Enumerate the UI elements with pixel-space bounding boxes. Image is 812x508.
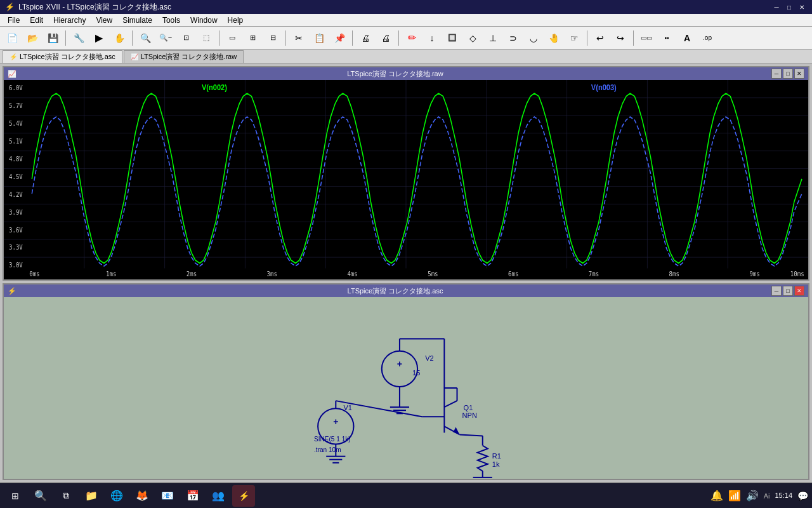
print2-btn[interactable]: 🖨 bbox=[376, 29, 395, 48]
zoom-fit[interactable]: ⊡ bbox=[176, 29, 195, 48]
svg-text:4.2V: 4.2V bbox=[9, 190, 23, 198]
text-btn[interactable]: A bbox=[678, 29, 697, 48]
svg-text:V2: V2 bbox=[425, 354, 434, 362]
label-tool[interactable]: ⊃ bbox=[504, 29, 523, 48]
tab-bar: ⚡ LTSpice演習 コレクタ接地.asc 📈 LTSpice演習 コレクタ接… bbox=[0, 50, 812, 64]
resistor-tool[interactable]: ▭ bbox=[223, 29, 242, 48]
schematic-close[interactable]: ✕ bbox=[794, 286, 804, 296]
schematic-minimize[interactable]: ─ bbox=[771, 286, 782, 296]
paste-tool[interactable]: 📌 bbox=[330, 29, 349, 48]
language-indicator[interactable]: Ai bbox=[764, 492, 770, 500]
toolbar-sep-8 bbox=[633, 30, 634, 46]
schematic-title-icon: ⚡ bbox=[8, 287, 16, 295]
svg-text:5ms: 5ms bbox=[428, 271, 438, 278]
teams-button[interactable]: 👥 bbox=[207, 485, 230, 507]
op-btn[interactable]: .op bbox=[698, 29, 717, 48]
svg-text:3.9V: 3.9V bbox=[9, 208, 23, 216]
svg-text:0ms: 0ms bbox=[29, 271, 39, 278]
svg-text:3.0V: 3.0V bbox=[9, 262, 23, 269]
notification-center[interactable]: 💬 bbox=[797, 491, 808, 501]
minimize-button[interactable]: ─ bbox=[771, 2, 782, 12]
tab-waveform[interactable]: 📈 LTSpice演習 コレクタ接地.raw bbox=[124, 50, 244, 63]
zoom-rect[interactable]: ⬚ bbox=[197, 29, 216, 48]
tab-schematic[interactable]: ⚡ LTSpice演習 コレクタ接地.asc bbox=[3, 50, 122, 63]
diamond-tool[interactable]: ◇ bbox=[463, 29, 482, 48]
save-button[interactable]: 💾 bbox=[43, 29, 62, 48]
arrow-down[interactable]: ↓ bbox=[422, 29, 442, 48]
start-button[interactable]: ⊞ bbox=[4, 485, 27, 507]
gnd-tool[interactable]: ⊥ bbox=[483, 29, 502, 48]
new-button[interactable]: 📄 bbox=[3, 29, 22, 48]
search-button[interactable]: 🔍 bbox=[29, 485, 52, 507]
title-text: LTspice XVII - LTSpice演習 コレクタ接地.asc bbox=[18, 2, 171, 13]
print-btn[interactable]: 🖨 bbox=[356, 29, 375, 48]
schematic-area: + V2 15 bbox=[4, 297, 808, 479]
undo-btn[interactable]: ↩ bbox=[591, 29, 610, 48]
hand2-tool[interactable]: 🤚 bbox=[544, 29, 563, 48]
menu-window[interactable]: Window bbox=[185, 15, 223, 26]
menu-view[interactable]: View bbox=[91, 15, 117, 26]
spice-directive[interactable]: 🔧 bbox=[69, 29, 88, 48]
cap-tool[interactable]: ⊞ bbox=[243, 29, 262, 48]
waveform-minimize[interactable]: ─ bbox=[771, 69, 782, 79]
menu-simulate[interactable]: Simulate bbox=[117, 15, 157, 26]
ltspice-taskbar-button[interactable]: ⚡ bbox=[232, 485, 255, 507]
toolbar-sep-7 bbox=[587, 30, 587, 46]
ind-tool[interactable]: ⊟ bbox=[263, 29, 282, 48]
app-title: ⚡ LTspice XVII - LTSpice演習 コレクタ接地.asc bbox=[5, 2, 171, 13]
svg-text:.tran 10m: .tran 10m bbox=[314, 446, 341, 453]
mail-button[interactable]: 📧 bbox=[156, 485, 179, 507]
menu-hierarchy[interactable]: Hierarchy bbox=[48, 15, 91, 26]
rect-tool[interactable]: 🔲 bbox=[443, 29, 462, 48]
menu-file[interactable]: File bbox=[3, 15, 25, 26]
waveform-close[interactable]: ✕ bbox=[794, 69, 804, 79]
run-button[interactable]: ▶ bbox=[89, 29, 108, 48]
cursor-tool[interactable]: ☞ bbox=[565, 29, 584, 48]
hier-b-btn[interactable]: ▪▪ bbox=[657, 29, 676, 48]
redo-btn[interactable]: ↪ bbox=[611, 29, 630, 48]
svg-text:+: + bbox=[397, 359, 402, 369]
waveform-maximize[interactable]: □ bbox=[783, 69, 793, 79]
svg-text:+: + bbox=[333, 417, 338, 427]
menu-bar: File Edit Hierarchy View Simulate Tools … bbox=[0, 14, 812, 27]
svg-text:5.1V: 5.1V bbox=[9, 137, 23, 145]
svg-text:NPN: NPN bbox=[462, 411, 477, 419]
schematic-controls: ─ □ ✕ bbox=[771, 286, 804, 296]
cut-tool[interactable]: ✂ bbox=[289, 29, 308, 48]
schematic-maximize[interactable]: □ bbox=[783, 286, 793, 296]
svg-text:1ms: 1ms bbox=[106, 271, 116, 278]
speaker-icon[interactable]: 🔊 bbox=[746, 490, 759, 502]
svg-text:4ms: 4ms bbox=[347, 271, 357, 278]
menu-edit[interactable]: Edit bbox=[25, 15, 48, 26]
draw-line[interactable]: ✏ bbox=[402, 29, 421, 48]
open-button[interactable]: 📂 bbox=[23, 29, 42, 48]
svg-text:V(n002): V(n002) bbox=[202, 83, 227, 93]
copy-tool[interactable]: 📋 bbox=[310, 29, 329, 48]
svg-text:10ms: 10ms bbox=[790, 271, 804, 278]
menu-help[interactable]: Help bbox=[223, 15, 249, 26]
svg-text:2ms: 2ms bbox=[187, 271, 197, 278]
hier-a-btn[interactable]: ▭▭ bbox=[637, 29, 656, 48]
zoom-in[interactable]: 🔍 bbox=[136, 29, 155, 48]
network-icon[interactable]: 📶 bbox=[728, 490, 741, 502]
maximize-button[interactable]: □ bbox=[784, 2, 794, 12]
main-area: 📈 LTSpice演習 コレクタ接地.raw ─ □ ✕ bbox=[0, 64, 812, 483]
file-explorer-button[interactable]: 📁 bbox=[80, 485, 103, 507]
toolbar-sep-6 bbox=[398, 30, 399, 46]
zoom-out[interactable]: 🔍− bbox=[156, 29, 175, 48]
calendar-button[interactable]: 📅 bbox=[181, 485, 204, 507]
arc-tool[interactable]: ◡ bbox=[524, 29, 543, 48]
taskview-button[interactable]: ⧉ bbox=[55, 485, 77, 507]
waveform-window: 📈 LTSpice演習 コレクタ接地.raw ─ □ ✕ bbox=[3, 66, 809, 281]
edge-button[interactable]: 🌐 bbox=[105, 485, 128, 507]
svg-text:4.8V: 4.8V bbox=[9, 155, 23, 163]
firefox-button[interactable]: 🦊 bbox=[131, 485, 154, 507]
waveform-title-icon: 📈 bbox=[8, 70, 16, 78]
hand-tool[interactable]: ✋ bbox=[110, 29, 129, 48]
title-bar: ⚡ LTspice XVII - LTSpice演習 コレクタ接地.asc ─ … bbox=[0, 0, 812, 14]
svg-text:1k: 1k bbox=[492, 460, 500, 468]
menu-tools[interactable]: Tools bbox=[157, 15, 185, 26]
svg-text:4.5V: 4.5V bbox=[9, 173, 23, 180]
notifications-icon[interactable]: 🔔 bbox=[710, 490, 723, 502]
close-button[interactable]: ✕ bbox=[797, 2, 807, 12]
